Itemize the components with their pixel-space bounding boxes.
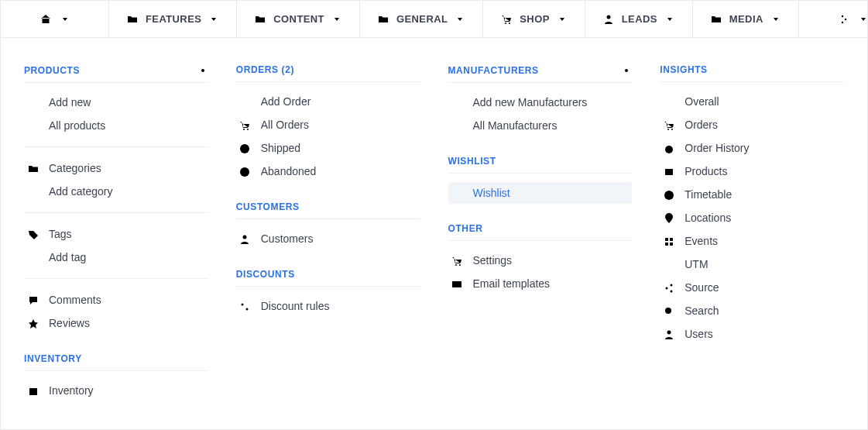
item-add-order[interactable]: Add Order <box>236 91 420 112</box>
group-inventory-label: INVENTORY <box>24 353 82 364</box>
nav-settings[interactable] <box>799 1 868 37</box>
item-label: All products <box>49 119 105 132</box>
item-label: Abandoned <box>261 165 317 177</box>
clock-icon <box>238 143 252 154</box>
box-icon <box>26 385 39 397</box>
item-tags[interactable]: Tags <box>24 223 208 245</box>
cancel-icon <box>238 166 252 177</box>
pin-icon <box>661 212 675 224</box>
item-source[interactable]: Source <box>660 277 844 298</box>
nav-home[interactable] <box>1 1 109 37</box>
item-all-orders[interactable]: All Orders <box>236 114 420 136</box>
gear-icon[interactable] <box>197 64 208 76</box>
nav-leads[interactable]: LEADS <box>585 1 693 37</box>
item-overall[interactable]: Overall <box>660 91 844 112</box>
item-label: Add tag <box>49 251 86 263</box>
item-timetable[interactable]: Timetable <box>660 184 844 205</box>
item-events[interactable]: Events <box>660 230 844 252</box>
item-all-manufacturers[interactable]: All Manufacturers <box>448 115 633 136</box>
group-discounts-title: DISCOUNTS <box>236 261 420 287</box>
folder-icon <box>710 13 722 25</box>
item-label: Users <box>684 328 713 340</box>
group-wishlist-title: WISHLIST <box>448 148 633 174</box>
separator <box>24 278 208 279</box>
item-label: Settings <box>473 254 513 267</box>
group-insights-label: INSIGHTS <box>660 64 707 75</box>
item-settings[interactable]: Settings <box>448 249 633 271</box>
nav-features[interactable]: FEATURES <box>109 1 237 37</box>
item-discount-rules[interactable]: Discount rules <box>236 295 420 317</box>
item-reviews[interactable]: Reviews <box>24 312 208 334</box>
chevron-down-icon <box>770 13 781 25</box>
group-discounts-label: DISCOUNTS <box>236 269 295 280</box>
item-email-templates[interactable]: Email templates <box>448 273 633 294</box>
item-label: Tags <box>49 228 72 240</box>
item-label: Search <box>684 304 719 317</box>
list-icon <box>450 187 464 199</box>
item-add-category[interactable]: Add category <box>24 181 208 202</box>
item-utm[interactable]: UTM <box>660 253 844 275</box>
percent-icon <box>238 301 252 312</box>
group-manufacturers-label: MANUFACTURERS <box>448 65 539 76</box>
gear-icon[interactable] <box>620 64 632 76</box>
group-other-label: OTHER <box>448 223 483 234</box>
item-label: UTM <box>684 258 708 270</box>
plus-icon <box>450 97 464 108</box>
nav-features-label: FEATURES <box>146 13 201 25</box>
item-label: Add new Manufacturers <box>473 96 588 108</box>
list-icon <box>450 120 464 132</box>
group-manufacturers-title: MANUFACTURERS <box>448 57 633 83</box>
nav-content-label: CONTENT <box>273 13 324 25</box>
user-icon <box>238 233 252 245</box>
item-users[interactable]: Users <box>660 323 844 345</box>
item-label: Locations <box>684 212 731 224</box>
nav-general[interactable]: GENERAL <box>360 1 483 37</box>
chevron-down-icon <box>59 13 70 25</box>
folder-icon <box>126 13 138 25</box>
nav-media-label: MEDIA <box>729 13 763 25</box>
plus-icon <box>238 96 252 108</box>
item-label: Add new <box>49 96 91 108</box>
item-label: Products <box>684 165 727 177</box>
item-label: Orders <box>684 119 718 131</box>
item-inventory[interactable]: Inventory <box>24 380 208 401</box>
nav-content[interactable]: CONTENT <box>237 1 360 37</box>
star-icon <box>26 318 39 329</box>
item-all-products[interactable]: All products <box>24 115 208 136</box>
mail-icon <box>450 278 464 290</box>
item-shipped[interactable]: Shipped <box>236 137 420 159</box>
item-order-history[interactable]: Order History <box>660 137 844 159</box>
item-add-new-product[interactable]: Add new <box>24 91 208 113</box>
item-add-manufacturers[interactable]: Add new Manufacturers <box>448 91 633 113</box>
item-label: Email templates <box>473 277 551 290</box>
chevron-down-icon <box>331 13 342 25</box>
item-comments[interactable]: Comments <box>24 289 208 311</box>
nav-shop-label: SHOP <box>520 13 549 25</box>
group-inventory-title: INVENTORY <box>24 346 208 371</box>
rect-icon <box>661 166 675 177</box>
cart-icon <box>238 119 252 131</box>
item-categories[interactable]: Categories <box>24 157 208 179</box>
item-insights-products[interactable]: Products <box>660 160 844 182</box>
item-add-tag[interactable]: Add tag <box>24 246 208 268</box>
item-label: Reviews <box>49 317 90 329</box>
nav-general-label: GENERAL <box>396 13 448 25</box>
group-orders-title: ORDERS (2) <box>236 57 420 82</box>
item-insights-orders[interactable]: Orders <box>660 114 844 136</box>
group-insights-title: INSIGHTS <box>660 57 844 82</box>
item-abandoned[interactable]: Abandoned <box>236 160 420 182</box>
nav-shop[interactable]: SHOP <box>483 1 585 37</box>
item-locations[interactable]: Locations <box>660 207 844 229</box>
chevron-down-icon <box>208 13 219 25</box>
nav-media[interactable]: MEDIA <box>693 1 799 37</box>
separator <box>24 212 208 213</box>
item-wishlist[interactable]: Wishlist <box>448 182 633 204</box>
item-label: Inventory <box>49 384 94 397</box>
chevron-down-icon <box>857 13 868 25</box>
item-search[interactable]: Search <box>660 300 844 322</box>
chevron-down-icon <box>556 13 568 25</box>
group-customers-title: CUSTOMERS <box>236 194 420 219</box>
bars-icon <box>661 96 675 108</box>
item-customers[interactable]: Customers <box>236 228 420 249</box>
search-icon <box>661 305 675 317</box>
